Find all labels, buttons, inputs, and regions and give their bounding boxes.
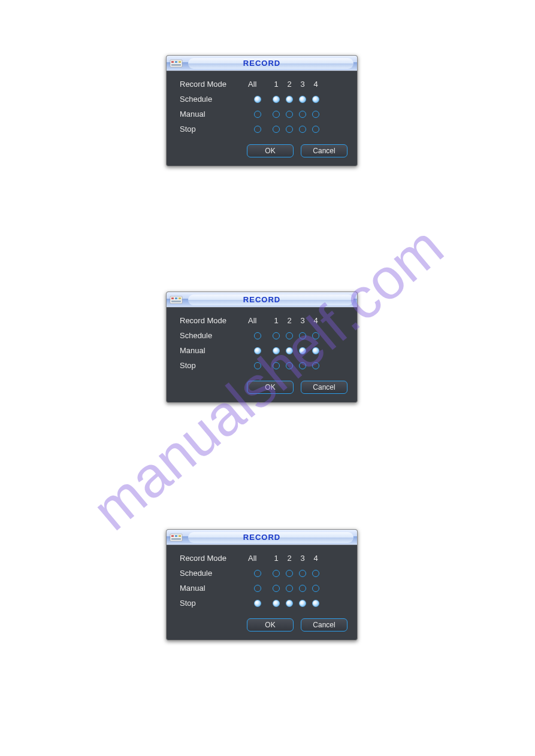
svg-rect-0	[170, 60, 182, 67]
radio-manual-4[interactable]	[312, 585, 319, 592]
dialog-title: RECORD	[188, 532, 353, 543]
cancel-button[interactable]: Cancel	[301, 618, 347, 631]
radio-manual-all[interactable]	[254, 347, 261, 354]
radio-schedule-2[interactable]	[286, 96, 293, 103]
header-ch2: 2	[283, 80, 296, 89]
svg-rect-14	[171, 538, 181, 540]
svg-rect-2	[175, 61, 177, 63]
titlebar: RECORD	[167, 56, 357, 71]
radio-schedule-2[interactable]	[286, 332, 293, 339]
header-record-mode: Record Mode	[180, 316, 246, 325]
radio-manual-2[interactable]	[286, 585, 293, 592]
radio-schedule-4[interactable]	[312, 96, 319, 103]
header-ch1: 1	[270, 316, 283, 325]
svg-rect-6	[171, 297, 174, 299]
record-dialog: RECORD Record Mode All 1 2 3 4 Schedule …	[166, 55, 358, 166]
radio-stop-1[interactable]	[273, 126, 280, 133]
header-ch1: 1	[270, 554, 283, 563]
record-icon	[169, 294, 183, 306]
svg-rect-1	[171, 61, 174, 63]
radio-schedule-all[interactable]	[254, 570, 261, 577]
radio-manual-3[interactable]	[299, 585, 306, 592]
record-icon	[169, 532, 183, 544]
titlebar: RECORD	[167, 530, 357, 545]
cancel-button[interactable]: Cancel	[301, 144, 347, 157]
header-ch4: 4	[309, 80, 322, 89]
header-ch3: 3	[296, 554, 309, 563]
radio-manual-4[interactable]	[312, 111, 319, 118]
dialog-title: RECORD	[188, 58, 353, 69]
svg-rect-3	[179, 61, 181, 63]
radio-manual-all[interactable]	[254, 585, 261, 592]
svg-rect-10	[170, 534, 182, 541]
radio-schedule-3[interactable]	[299, 96, 306, 103]
radio-manual-1[interactable]	[273, 111, 280, 118]
radio-stop-3[interactable]	[299, 362, 306, 369]
header-ch2: 2	[283, 554, 296, 563]
radio-stop-all[interactable]	[254, 126, 261, 133]
radio-schedule-4[interactable]	[312, 570, 319, 577]
radio-stop-2[interactable]	[286, 600, 293, 607]
row-label-schedule: Schedule	[180, 95, 246, 104]
record-icon	[169, 57, 183, 69]
radio-schedule-1[interactable]	[273, 332, 280, 339]
radio-stop-4[interactable]	[312, 126, 319, 133]
row-label-manual: Manual	[180, 110, 246, 119]
ok-button[interactable]: OK	[247, 381, 294, 394]
record-dialog: RECORD Record Mode All 1 2 3 4 Schedule …	[166, 529, 358, 640]
row-label-manual: Manual	[180, 584, 246, 593]
radio-manual-4[interactable]	[312, 347, 319, 354]
radio-stop-all[interactable]	[254, 362, 261, 369]
radio-stop-4[interactable]	[312, 600, 319, 607]
radio-manual-2[interactable]	[286, 111, 293, 118]
radio-manual-1[interactable]	[273, 585, 280, 592]
titlebar: RECORD	[167, 292, 357, 308]
header-ch1: 1	[270, 80, 283, 89]
radio-stop-1[interactable]	[273, 362, 280, 369]
row-label-schedule: Schedule	[180, 569, 246, 578]
svg-rect-5	[170, 296, 182, 303]
dialog-body: Record Mode All 1 2 3 4 Schedule Manual …	[167, 308, 357, 402]
header-ch4: 4	[309, 316, 322, 325]
radio-schedule-all[interactable]	[254, 96, 261, 103]
ok-button[interactable]: OK	[247, 144, 294, 157]
radio-schedule-1[interactable]	[273, 570, 280, 577]
header-all: All	[246, 316, 270, 325]
header-record-mode: Record Mode	[180, 80, 246, 89]
header-ch2: 2	[283, 316, 296, 325]
radio-stop-2[interactable]	[286, 126, 293, 133]
radio-schedule-4[interactable]	[312, 332, 319, 339]
row-label-manual: Manual	[180, 346, 246, 355]
svg-rect-4	[171, 64, 181, 66]
radio-stop-4[interactable]	[312, 362, 319, 369]
radio-schedule-3[interactable]	[299, 570, 306, 577]
ok-button[interactable]: OK	[247, 618, 294, 631]
radio-stop-3[interactable]	[299, 600, 306, 607]
radio-schedule-2[interactable]	[286, 570, 293, 577]
svg-rect-7	[175, 297, 177, 299]
radio-manual-all[interactable]	[254, 111, 261, 118]
radio-stop-all[interactable]	[254, 600, 261, 607]
svg-rect-13	[179, 535, 181, 537]
radio-manual-3[interactable]	[299, 111, 306, 118]
record-dialog: RECORD Record Mode All 1 2 3 4 Schedule …	[166, 292, 358, 403]
header-all: All	[246, 80, 270, 89]
radio-schedule-1[interactable]	[273, 96, 280, 103]
header-ch3: 3	[296, 316, 309, 325]
radio-schedule-3[interactable]	[299, 332, 306, 339]
radio-stop-1[interactable]	[273, 600, 280, 607]
radio-manual-2[interactable]	[286, 347, 293, 354]
header-record-mode: Record Mode	[180, 554, 246, 563]
svg-rect-11	[171, 535, 174, 537]
radio-stop-3[interactable]	[299, 126, 306, 133]
radio-schedule-all[interactable]	[254, 332, 261, 339]
radio-manual-1[interactable]	[273, 347, 280, 354]
dialog-body: Record Mode All 1 2 3 4 Schedule Manual …	[167, 71, 357, 166]
radio-manual-3[interactable]	[299, 347, 306, 354]
svg-rect-12	[175, 535, 177, 537]
cancel-button[interactable]: Cancel	[301, 381, 347, 394]
radio-stop-2[interactable]	[286, 362, 293, 369]
row-label-stop: Stop	[180, 125, 246, 133]
row-label-stop: Stop	[180, 599, 246, 608]
dialog-title: RECORD	[188, 294, 353, 305]
